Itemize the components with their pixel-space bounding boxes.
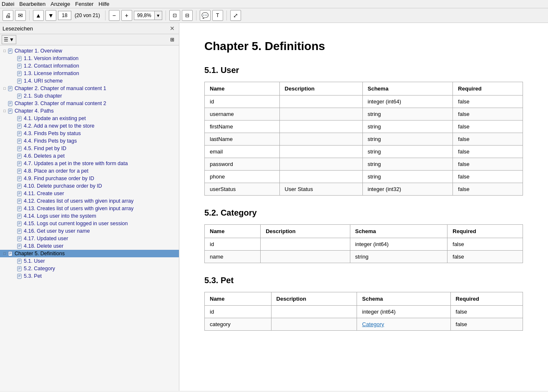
tree-label-ch4-13: 4.13. Creates list of users with given i… <box>24 206 133 211</box>
tree-item-ch4-8[interactable]: 4.8. Place an order for a pet <box>0 167 179 175</box>
tree-item-ch4-5[interactable]: 4.5. Find pet by ID <box>0 145 179 152</box>
cell-description <box>279 133 362 146</box>
tree-item-ch1-2[interactable]: 1.2. Contact information <box>0 62 179 70</box>
tree-item-ch4-13[interactable]: 4.13. Creates list of users with given i… <box>0 205 179 212</box>
cell-schema[interactable]: Category <box>357 318 450 331</box>
zoom-out-button[interactable]: − <box>109 10 120 21</box>
tree-icon-ch5-2 <box>17 266 23 271</box>
tree-toggle-ch3 <box>2 101 8 106</box>
table-header-name: Name <box>205 225 261 238</box>
table-row: passwordstringfalse <box>205 158 523 171</box>
tree-toggle-ch5-2 <box>11 266 17 271</box>
tree-icon-ch2 <box>8 85 13 91</box>
cell-required: false <box>453 171 523 183</box>
cell-name: id <box>205 306 271 318</box>
tree-label-ch4-8: 4.8. Place an order for a pet <box>24 168 88 174</box>
text-select-button[interactable]: T <box>212 10 223 21</box>
menu-hilfe[interactable]: Hilfe <box>98 1 109 7</box>
tree-item-ch4-1[interactable]: 4.1. Update an existing pet <box>0 115 179 122</box>
tree-toggle-ch1-4 <box>11 78 17 84</box>
tree-label-ch1: Chapter 1. Overview <box>15 48 62 54</box>
zoom-dropdown-button[interactable]: ▼ <box>155 11 162 20</box>
tree-item-ch4-6[interactable]: 4.6. Deletes a pet <box>0 152 179 160</box>
tree-item-ch1[interactable]: □ Chapter 1. Overview <box>0 47 179 55</box>
cell-schema: integer (int32) <box>362 183 453 196</box>
tree-toggle-ch4-2 <box>11 123 17 129</box>
tree-item-ch4[interactable]: □ Chapter 4. Paths <box>0 107 179 115</box>
tree-item-ch4-17[interactable]: 4.17. Updated user <box>0 235 179 242</box>
zoom-in-button[interactable]: + <box>121 10 132 21</box>
table-row: idinteger (int64)false <box>205 238 523 251</box>
tree-item-ch4-2[interactable]: 4.2. Add a new pet to the store <box>0 122 179 130</box>
cell-name: phone <box>205 171 280 183</box>
toolbar-separator-1 <box>29 10 30 20</box>
tree-item-ch4-12[interactable]: 4.12. Creates list of users with given i… <box>0 197 179 205</box>
tree-item-ch3[interactable]: Chapter 3. Chapter of manual content 2 <box>0 100 179 107</box>
cell-schema: string <box>362 158 453 171</box>
tree-item-ch4-9[interactable]: 4.9. Find purchase order by ID <box>0 175 179 182</box>
tree-item-ch4-14[interactable]: 4.14. Logs user into the system <box>0 212 179 220</box>
tree-item-ch4-18[interactable]: 4.18. Delete user <box>0 242 179 250</box>
tree-item-ch4-10[interactable]: 4.10. Delete purchase order by ID <box>0 182 179 190</box>
tree-item-ch2-1[interactable]: 2.1. Sub chapter <box>0 92 179 100</box>
comment-button[interactable]: 💬 <box>200 10 211 21</box>
tree-label-ch1-1: 1.1. Version information <box>24 55 78 61</box>
tree-item-ch5-2[interactable]: 5.2. Category <box>0 265 179 272</box>
menu-fenster[interactable]: Fenster <box>75 1 93 7</box>
tree-item-ch5-3[interactable]: 5.3. Pet <box>0 272 179 280</box>
cell-description <box>271 318 357 331</box>
cell-schema: string <box>350 251 447 263</box>
tree-item-ch4-3[interactable]: 4.3. Finds Pets by status <box>0 130 179 137</box>
tree-label-ch5-3: 5.3. Pet <box>24 273 42 279</box>
cell-name: email <box>205 146 280 158</box>
tree-icon-ch1-4 <box>17 78 23 84</box>
menu-anzeige[interactable]: Anzeige <box>50 1 70 7</box>
tree-icon-ch5 <box>8 251 13 256</box>
tree-item-ch4-11[interactable]: 4.11. Create user <box>0 190 179 197</box>
tree-item-ch4-7[interactable]: 4.7. Updates a pet in the store with for… <box>0 160 179 167</box>
tree-item-ch5-1[interactable]: 5.1. User <box>0 257 179 265</box>
menu-datei[interactable]: Datei <box>2 1 14 7</box>
tree-label-ch4-5: 4.5. Find pet by ID <box>24 146 66 151</box>
fit-page-button[interactable]: ⊡ <box>169 10 180 21</box>
print-button[interactable]: 🖨 <box>3 10 13 21</box>
bookmarks-view-dropdown[interactable]: ☰ ▼ <box>2 35 16 44</box>
tree-icon-ch2-1 <box>17 93 23 99</box>
zoom-input[interactable] <box>134 11 155 20</box>
cell-schema: string <box>362 108 453 121</box>
nav-up-button[interactable]: ▲ <box>33 10 44 21</box>
tree-item-ch1-4[interactable]: 1.4. URI scheme <box>0 77 179 85</box>
tree-item-ch1-3[interactable]: 1.3. License information <box>0 70 179 77</box>
toolbar-separator-2 <box>105 10 106 20</box>
tree-label-ch5-1: 5.1. User <box>24 258 45 264</box>
cell-required: false <box>453 95 523 108</box>
tree-item-ch4-16[interactable]: 4.16. Get user by user name <box>0 227 179 235</box>
menubar: Datei Bearbeiten Anzeige Fenster Hilfe <box>0 0 548 8</box>
cell-description <box>279 121 362 133</box>
tree-item-ch4-4[interactable]: 4.4. Finds Pets by tags <box>0 137 179 145</box>
tree-toggle-ch4-11 <box>11 191 17 196</box>
cell-description <box>279 146 362 158</box>
page-number-input[interactable] <box>58 11 71 20</box>
panel-close-button[interactable]: ✕ <box>168 24 176 33</box>
tree-toggle-ch4-4 <box>11 138 17 144</box>
tree-item-ch4-15[interactable]: 4.15. Logs out current logged in user se… <box>0 220 179 227</box>
menu-bearbeiten[interactable]: Bearbeiten <box>19 1 45 7</box>
table-row: lastNamestringfalse <box>205 133 523 146</box>
expand-button[interactable]: ⤢ <box>230 10 241 21</box>
definition-table: NameDescriptionSchemaRequiredidinteger (… <box>204 224 523 263</box>
email-button[interactable]: ✉ <box>15 10 26 21</box>
fit-width-button[interactable]: ⊟ <box>182 10 193 21</box>
bookmarks-expand-button[interactable]: ⊞ <box>167 35 177 44</box>
tree-label-ch1-4: 1.4. URI scheme <box>24 78 63 84</box>
tree-label-ch4: Chapter 4. Paths <box>15 108 54 114</box>
tree-icon-ch4-18 <box>17 243 23 249</box>
tree-toggle-ch4-3 <box>11 131 17 136</box>
table-header-required: Required <box>453 82 523 95</box>
tree-icon-ch4-14 <box>17 213 23 219</box>
cell-name: name <box>205 251 261 263</box>
nav-down-button[interactable]: ▼ <box>45 10 56 21</box>
tree-item-ch5[interactable]: □ Chapter 5. Definitions <box>0 250 179 257</box>
tree-item-ch2[interactable]: □ Chapter 2. Chapter of manual content 1 <box>0 85 179 92</box>
tree-item-ch1-1[interactable]: 1.1. Version information <box>0 55 179 62</box>
